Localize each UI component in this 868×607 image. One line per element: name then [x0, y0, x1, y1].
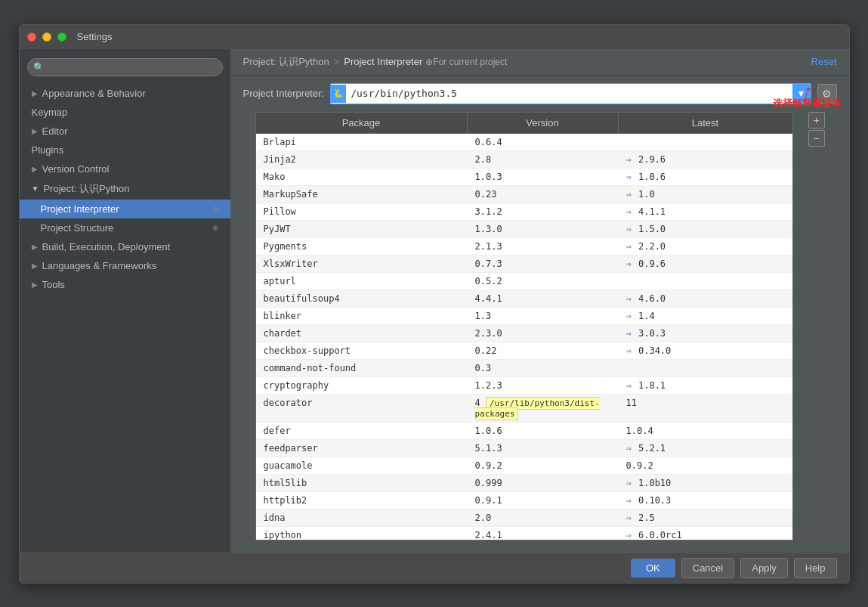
cell-latest: 1.0.4: [619, 423, 792, 439]
breadcrumb-separator: >: [334, 56, 340, 67]
search-input[interactable]: [27, 58, 223, 76]
sidebar-item-build[interactable]: ▶ Build, Execution, Deployment: [20, 237, 230, 256]
table-row[interactable]: Brlapi 0.6.4: [256, 134, 792, 151]
sidebar-item-languages[interactable]: ▶ Languages & Frameworks: [20, 256, 230, 275]
arrow-icon: ▶: [32, 243, 38, 251]
sidebar-item-keymap[interactable]: Keymap: [20, 103, 230, 122]
sidebar-item-label: Appearance & Behavior: [42, 88, 146, 99]
cell-name: Jinja2: [256, 151, 468, 168]
cell-latest: ⇒ 3.0.3: [619, 325, 792, 342]
annotation-text: 选择解释器版本: [773, 97, 842, 110]
arrow-icon: ▶: [32, 280, 38, 289]
breadcrumb: Project: 认识Python > Project Interpreter …: [243, 55, 508, 69]
table-row[interactable]: feedparser 5.1.3 ⇒ 5.2.1: [256, 440, 792, 457]
apply-button[interactable]: Apply: [740, 558, 788, 578]
table-row[interactable]: blinker 1.3 ⇒ 1.4: [256, 308, 792, 325]
sidebar-item-project-structure[interactable]: Project Structure ⊕: [20, 218, 230, 237]
cell-name: idna: [256, 509, 468, 526]
table-row[interactable]: Mako 1.0.3 ⇒ 1.0.6: [256, 169, 792, 186]
cell-version: 0.9.2: [468, 457, 619, 474]
titlebar: Settings: [20, 25, 849, 49]
remove-package-button[interactable]: −: [808, 130, 825, 147]
interpreter-label: Project Interpreter:: [243, 88, 325, 99]
sidebar-item-label: Keymap: [32, 107, 68, 118]
cell-version: 1.0.3: [468, 169, 619, 185]
table-row[interactable]: checkbox-support 0.22 ⇒ 0.34.0: [256, 342, 792, 360]
cell-version: 2.1.3: [468, 238, 619, 255]
cell-latest: 0.9.2: [619, 457, 792, 474]
table-row[interactable]: html5lib 0.999 ⇒ 1.0b10: [256, 475, 792, 492]
table-row[interactable]: decorator 4 /usr/lib/python3/dist-packag…: [256, 395, 792, 423]
table-row[interactable]: Jinja2 2.8 ⇒ 2.9.6: [256, 151, 792, 169]
cell-latest: ⇒ 1.0: [619, 186, 792, 203]
sidebar-item-appearance[interactable]: ▶ Appearance & Behavior: [20, 84, 230, 103]
cell-name: cryptography: [256, 377, 468, 394]
sidebar-item-tools[interactable]: ▶ Tools: [20, 275, 230, 294]
cell-version: 1.0.6: [468, 423, 619, 439]
cell-latest: ⇒ 6.0.0rc1: [619, 527, 792, 540]
cell-version: 2.4.1: [468, 527, 619, 540]
right-panel: Project: 认识Python > Project Interpreter …: [231, 49, 849, 553]
cell-version: 0.9.1: [468, 492, 619, 509]
table-row[interactable]: PyJWT 1.3.0 ⇒ 1.5.0: [256, 221, 792, 238]
table-row[interactable]: chardet 2.3.0 ⇒ 3.0.3: [256, 325, 792, 342]
cell-version: 3.1.2: [468, 203, 619, 220]
ok-button[interactable]: OK: [631, 559, 675, 578]
cell-version: 0.23: [468, 186, 619, 203]
sidebar-item-editor[interactable]: ▶ Editor: [20, 122, 230, 141]
cell-version: 2.0: [468, 509, 619, 526]
python-icon: 🐍: [331, 85, 346, 103]
table-row[interactable]: httplib2 0.9.1 ⇒ 0.10.3: [256, 492, 792, 509]
sidebar-item-plugins[interactable]: Plugins: [20, 141, 230, 159]
cell-name: command-not-found: [256, 360, 468, 376]
cell-name: Mako: [256, 169, 468, 185]
table-row[interactable]: idna 2.0 ⇒ 2.5: [256, 509, 792, 527]
search-box[interactable]: 🔍: [27, 58, 223, 76]
breadcrumb-bar: Project: 认识Python > Project Interpreter …: [231, 49, 849, 76]
table-row[interactable]: Pillow 3.1.2 ⇒ 4.1.1: [256, 203, 792, 221]
add-package-button[interactable]: +: [808, 112, 825, 129]
cell-latest: 11: [619, 395, 792, 422]
add-remove-buttons: + −: [808, 112, 825, 547]
maximize-button[interactable]: [57, 33, 66, 42]
interpreter-row: Project Interpreter: 🐍 ▼ ⚙: [231, 76, 849, 112]
sidebar-item-label: Editor: [42, 125, 68, 137]
table-row[interactable]: XlsxWriter 0.7.3 ⇒ 0.9.6: [256, 255, 792, 273]
interpreter-path-input[interactable]: [346, 86, 792, 101]
table-row[interactable]: guacamole 0.9.2 0.9.2: [256, 457, 792, 475]
cell-latest: ⇒ 4.6.0: [619, 290, 792, 307]
table-row[interactable]: defer 1.0.6 1.0.4: [256, 423, 792, 440]
table-row[interactable]: cryptography 1.2.3 ⇒ 1.8.1: [256, 377, 792, 395]
cell-latest: ⇒ 0.34.0: [619, 342, 792, 359]
settings-badge-icon: ⊕: [212, 224, 218, 232]
sidebar-item-label: Build, Execution, Deployment: [42, 241, 171, 252]
arrow-icon: ▶: [32, 89, 38, 98]
cell-latest: ⇒ 2.5: [619, 509, 792, 526]
cell-latest: ⇒ 4.1.1: [619, 203, 792, 220]
sidebar-item-version-control[interactable]: ▶ Version Control: [20, 159, 230, 178]
table-row[interactable]: command-not-found 0.3: [256, 360, 792, 377]
cell-name: apturl: [256, 273, 468, 290]
settings-badge-icon: ⊕: [212, 205, 218, 213]
cancel-button[interactable]: Cancel: [681, 558, 734, 578]
arrow-icon: ▶: [32, 127, 38, 135]
cell-version: 0.5.2: [468, 273, 619, 290]
table-row[interactable]: beautifulsoup4 4.4.1 ⇒ 4.6.0: [256, 290, 792, 308]
cell-name: Pillow: [256, 203, 468, 220]
cell-latest: ⇒ 1.4: [619, 308, 792, 324]
cell-name: defer: [256, 423, 468, 439]
table-row[interactable]: apturl 0.5.2: [256, 273, 792, 290]
minimize-button[interactable]: [42, 33, 51, 42]
close-button[interactable]: [27, 33, 36, 42]
table-row[interactable]: Pygments 2.1.3 ⇒ 2.2.0: [256, 238, 792, 255]
reset-button[interactable]: Reset: [811, 56, 837, 67]
help-button[interactable]: Help: [794, 558, 837, 578]
col-package: Package: [256, 113, 468, 133]
sidebar-item-project-interpreter[interactable]: Project Interpreter ⊕: [20, 200, 230, 218]
interpreter-input-wrap: 🐍 ▼: [330, 83, 811, 104]
table-row[interactable]: ipython 2.4.1 ⇒ 6.0.0rc1: [256, 527, 792, 540]
cell-name: beautifulsoup4: [256, 290, 468, 307]
sidebar-item-label: Project: 认识Python: [43, 182, 129, 196]
table-row[interactable]: MarkupSafe 0.23 ⇒ 1.0: [256, 186, 792, 203]
sidebar-item-project[interactable]: ▼ Project: 认识Python: [20, 178, 230, 200]
